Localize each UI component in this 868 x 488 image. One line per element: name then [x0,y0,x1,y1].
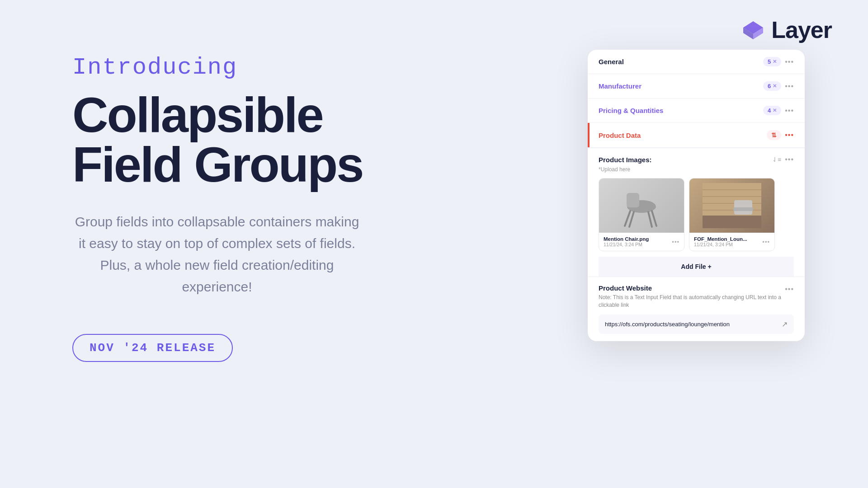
more-options-image-room[interactable]: ••• [762,239,770,245]
product-images-controls: ⇃≡ ••• [772,155,794,164]
svg-rect-13 [733,207,753,211]
image-card-room: FOF_Mention_Loun... 11/21/24, 3:24 PM ••… [689,178,775,251]
image-date-room: 11/21/24, 3:24 PM [694,242,747,247]
more-options-product-data[interactable]: ••• [785,131,794,139]
product-images-section: Product Images: ⇃≡ ••• *Upload here [588,148,805,277]
subtitle-text: Group fields into collapsable containers… [72,211,362,298]
image-date-chair: 11/21/24, 3:24 PM [604,242,649,247]
more-options-product-website[interactable]: ••• [785,285,794,293]
more-options-image-chair[interactable]: ••• [672,239,679,245]
headline: Collapsible Field Groups [72,90,380,189]
layer-logo-icon [741,19,765,40]
field-group-pricing: Pricing & Quantities 4 ✕ ••• [588,99,805,123]
count-badge-product-data[interactable]: ⇅ [767,130,781,140]
product-images-title: Product Images: [599,156,652,164]
headline-line1: Collapsible [72,87,323,142]
svg-line-5 [648,212,652,227]
spinner-icon: ⇅ [771,131,777,139]
close-icon-manufacturer: ✕ [773,83,777,89]
count-value-pricing: 4 [768,107,771,114]
image-card-footer-room: FOF_Mention_Loun... 11/21/24, 3:24 PM ••… [689,233,774,251]
left-panel: Introducing Collapsible Field Groups Gro… [72,54,380,362]
group-name-pricing: Pricing & Quantities [599,107,663,114]
image-thumb-chair [599,178,684,233]
more-options-general[interactable]: ••• [785,58,794,66]
count-badge-general[interactable]: 5 ✕ [763,57,781,66]
count-value-manufacturer: 6 [768,83,771,89]
count-badge-manufacturer[interactable]: 6 ✕ [763,81,781,91]
product-images-header: Product Images: ⇃≡ ••• [599,155,794,164]
product-website-note: Note: This is a Text Input Field that is… [599,294,781,309]
group-name-manufacturer: Manufacturer [599,82,642,90]
url-input-row: https://ofs.com/products/seating/lounge/… [599,314,794,334]
image-filename-chair: Mention Chair.png [604,236,649,242]
svg-rect-11 [703,216,761,228]
svg-rect-1 [627,193,639,207]
group-controls-manufacturer: 6 ✕ ••• [763,81,794,91]
group-controls-pricing: 4 ✕ ••• [763,106,794,115]
field-group-general: General 5 ✕ ••• [588,50,805,74]
more-options-pricing[interactable]: ••• [785,107,794,115]
product-website-title: Product Website [599,284,781,292]
image-card-footer-chair: Mention Chair.png 11/21/24, 3:24 PM ••• [599,233,684,251]
chair-illustration [617,183,666,228]
room-illustration [703,183,761,228]
ui-card: General 5 ✕ ••• Manufacturer 6 ✕ ••• [588,50,805,341]
close-icon-pricing: ✕ [773,108,777,113]
close-icon-general: ✕ [773,59,777,65]
image-thumb-room [689,178,774,233]
count-badge-pricing[interactable]: 4 ✕ [763,106,781,115]
product-website-section: Product Website Note: This is a Text Inp… [588,277,805,341]
more-options-product-images[interactable]: ••• [785,155,794,164]
count-value-general: 5 [768,58,771,65]
group-controls-product-data: ⇅ ••• [767,130,794,140]
group-name-product-data: Product Data [599,131,641,139]
logo-text: Layer [771,16,832,43]
svg-line-3 [652,211,656,226]
field-group-product-data: Product Data ⇅ ••• [588,123,805,148]
release-badge: NOV '24 RELEASE [72,334,233,362]
image-card-chair: Mention Chair.png 11/21/24, 3:24 PM ••• [599,178,684,251]
group-name-general: General [599,58,624,66]
url-text: https://ofs.com/products/seating/lounge/… [605,321,777,328]
ui-mockup-panel: General 5 ✕ ••• Manufacturer 6 ✕ ••• [588,50,805,341]
headline-line2: Field Groups [72,136,363,192]
group-controls-general: 5 ✕ ••• [763,57,794,66]
external-link-icon[interactable]: ↗︎ [782,320,788,328]
sort-icon: ⇃≡ [772,156,781,163]
add-file-button[interactable]: Add File + [599,257,794,277]
upload-label: *Upload here [599,166,794,173]
introducing-label: Introducing [72,54,380,81]
field-group-manufacturer: Manufacturer 6 ✕ ••• [588,74,805,99]
image-filename-room: FOF_Mention_Loun... [694,236,747,242]
images-grid: Mention Chair.png 11/21/24, 3:24 PM ••• [599,178,794,251]
logo: Layer [741,16,832,43]
more-options-manufacturer[interactable]: ••• [785,82,794,90]
